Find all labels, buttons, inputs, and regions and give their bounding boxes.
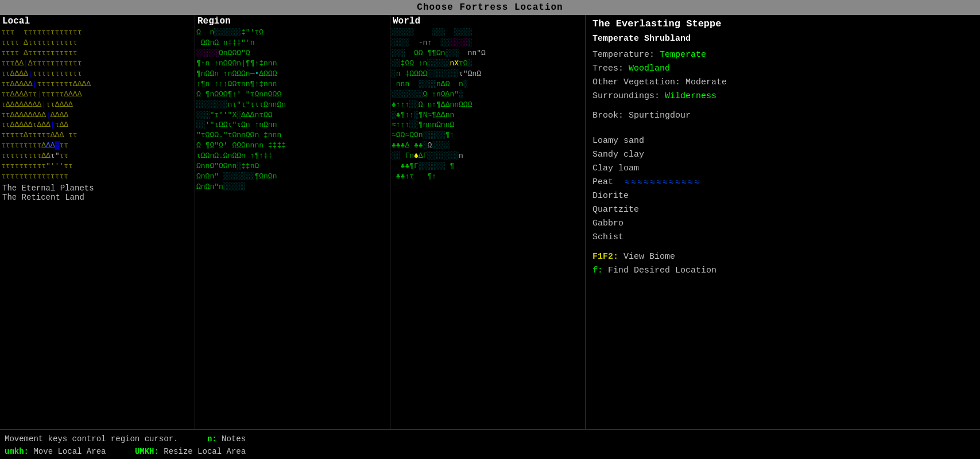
vegetation-value: Moderate <box>685 77 727 87</box>
map-row: ░░░░░░░nτ"τ"τττΩnnΩn <box>196 100 389 110</box>
brook-row: Brook: Spurtingdour <box>592 109 973 123</box>
map-row: ≈ΩΩ≈ΩΩn░░░░░¶↑ <box>392 130 584 141</box>
local-map[interactable]: τττ τττττττττττττ ττττ Δτττττττττττ ττττ… <box>0 28 195 182</box>
map-row: Ω ¶Ω"Ω' ΩΩΩnnnn ‡‡‡‡ <box>196 141 389 151</box>
temperature-row: Temperature: Temperate <box>592 48 973 62</box>
brook-label: Brook: <box>592 111 629 120</box>
map-row: ♣♣♣Δ ♣♣░Ω░░░░ <box>392 141 584 151</box>
map-row: ¶nΩΩn ↑nΩΩΩn—•ΔΩΩΩ <box>196 69 389 79</box>
map-row: ♣♣¶Γ░░░░░░ ¶ <box>392 161 584 172</box>
region-name: The Everlasting Steppe <box>592 18 973 29</box>
region-header: Region <box>195 15 390 28</box>
local-header: Local <box>0 15 195 28</box>
map-row: ττΔΔΔΔΔ|ττττττττΔΔΔΔ <box>1 79 193 90</box>
world-header: World <box>390 15 585 28</box>
umkh-upper-key: UMKH: <box>135 447 159 456</box>
map-row: ≈↑↑↑░░¶nnnΩnnΩ <box>392 120 584 130</box>
f1f2-desc: View Biome <box>618 252 675 262</box>
local-area-name-2: The Reticent Land <box>2 193 192 202</box>
soil-sandy-clay: Sandy clay <box>592 148 973 162</box>
f-keybind[interactable]: f: Find Desired Location <box>592 264 973 278</box>
vegetation-label: Other Vegetation: <box>592 77 685 87</box>
map-row: τττττΔτττττΔΔΔ ττ <box>1 130 193 141</box>
map-row: τττττττττττττττ <box>1 172 193 182</box>
rock-diorite: Diorite <box>592 189 973 203</box>
surroundings-label: Surroundings: <box>592 91 665 101</box>
footer-line-1: Movement keys control region cursor. n: … <box>5 433 975 445</box>
map-row: "τΩΩΩ."τΩnnΩΩn ‡nnn <box>196 130 389 141</box>
rock-quartzite: Quartzite <box>592 203 973 217</box>
map-row: ¶↑n ↑nΩΩΩn|¶¶↑‡nnn <box>196 59 389 69</box>
map-row: ░░░░ -n↑ ░░░░░░░ <box>392 38 584 48</box>
local-area-names: The Eternal Planets The Reticent Land <box>0 182 195 204</box>
peat-underline-decoration: ≈≈≈≈≈≈≈≈≈≈≈≈ <box>625 178 700 188</box>
title-bar: Choose Fortress Location <box>0 0 980 15</box>
footer-line-2: umkh: Move Local Area UMKH: Resize Local… <box>5 445 975 458</box>
map-row: ΩnΩn"n░░░░░ <box>196 182 389 192</box>
map-row: ττττττττττ"'''ττ <box>1 161 193 172</box>
map-row: ΩnΩn" ░░░░░░░¶ΩnΩn <box>196 172 389 182</box>
vegetation-row: Other Vegetation: Moderate <box>592 76 973 90</box>
map-row: ττττ Δτττττττττττ <box>1 38 193 48</box>
umkh-key: umkh: <box>5 447 29 456</box>
surroundings-row: Surroundings: Wilderness <box>592 90 973 103</box>
world-map[interactable]: ░░░░░ ░░░ ░░░░ ░░░░ -n↑ ░░░░░░░ ░░░ ΩΩ ¶… <box>390 28 585 182</box>
local-area-name-1: The Eternal Planets <box>2 184 192 193</box>
local-panel: Local τττ τττττττττττττ ττττ Δττττττττττ… <box>0 15 195 429</box>
move-local-desc: Move Local Area <box>33 447 106 456</box>
map-row: Ω ¶nΩΩΩ¶↑' "τΩnnΩΩΩ <box>196 90 389 100</box>
map-row: nnn ░░░░nΔΩ n░ <box>392 79 584 90</box>
trees-row: Trees: Woodland <box>592 62 973 76</box>
rock-schist: Schist <box>592 231 973 244</box>
map-row: τττΔΔ|Δτττττττττττ <box>1 59 193 69</box>
soil-clay-loam: Clay loam <box>592 162 973 176</box>
f1f2-keybind[interactable]: F1F2: View Biome <box>592 250 973 264</box>
biome-name: Temperate Shrubland <box>592 34 973 44</box>
resize-local-desc: Resize Local Area <box>164 447 246 456</box>
map-row: ░░░░░ ░░░ ░░░░ <box>392 28 584 38</box>
temperature-label: Temperature: <box>592 50 660 60</box>
map-row: τττ τττττττττττττ <box>1 28 193 38</box>
footer: Movement keys control region cursor. n: … <box>0 429 980 459</box>
map-row: ♣♣↑τ ¶↑ <box>392 172 584 182</box>
map-row: ░░ Γn♣ΔΓ░░░░░░░n <box>392 151 584 161</box>
map-row: ττΔΔΔΔττ|τττττΔΔΔΔ <box>1 90 193 100</box>
soil-peat-row: Peat ≈≈≈≈≈≈≈≈≈≈≈≈ <box>592 176 973 189</box>
info-block: Temperature: Temperate Trees: Woodland O… <box>592 45 973 103</box>
map-row: ττΔΔΔΔΔτΔΔΔ|τΔΔ <box>1 120 193 130</box>
f1f2-key: F1F2: <box>592 252 618 262</box>
map-row: ░♣¶↑↑░¶N≈¶ΔΔnn <box>392 110 584 120</box>
map-row: τΩΩnΩ.ΩnΩΩn ↑¶↑‡‡ <box>196 151 389 161</box>
map-row: ░n ‡ΩΩΩΩ░░░░░░░τ"ΩnΩ <box>392 69 584 79</box>
map-row: ░░'"τΩΩτ"τΩn ↑nΩnn <box>196 120 389 130</box>
title-text: Choose Fortress Location <box>417 2 563 13</box>
map-row: ΩnnΩ"ΩΩnn░‡‡nΩ <box>196 161 389 172</box>
surroundings-value: Wilderness <box>665 91 716 101</box>
world-panel: World ░░░░░ ░░░ ░░░░ ░░░░ -n↑ ░░░░░░░ ░░… <box>390 15 586 429</box>
rock-gabbro: Gabbro <box>592 217 973 231</box>
map-row: ττΔΔΔΔΔΔΔΔ|ΔΔΔΔ <box>1 110 193 120</box>
map-row: ░░░░░ΩnΩΩΩ"Ω <box>196 48 389 59</box>
map-row: ↑¶n ↑↑↑ΩΩτnn¶↑‡nnn <box>196 79 389 90</box>
soil-loamy-sand: Loamy sand <box>592 134 973 148</box>
map-row: τττττττττΔΔΔ▓ττ <box>1 141 193 151</box>
map-row: ░░░"τ"'"Χ░ΔΔΔnτΩΩ <box>196 110 389 120</box>
map-row: ░░░ ΩΩ ¶¶Ωn░░░ nn"Ω <box>392 48 584 59</box>
region-panel: Region Ω n░░░░░░‡"'τΩ ΩΩnΩ n‡‡‡"'n ░░░░░… <box>195 15 390 429</box>
map-row: ░░‡ΩΩ ↑n░░░░░nΧτΩ░ <box>392 59 584 69</box>
map-row: ♣↑↑↑░░Ω n↑¶ΔΔnnΩΩΩ <box>392 100 584 110</box>
n-key: n: <box>207 434 217 444</box>
map-row: ττττ Δτττττττττττ <box>1 48 193 59</box>
soil-peat: Peat <box>592 176 613 189</box>
map-row: τΔΔΔΔΔΔΔΔ|ττΔΔΔΔ <box>1 100 193 110</box>
info-panel: The Everlasting Steppe Temperate Shrubla… <box>586 15 980 429</box>
map-row: ░░░░░░░Ω ↑nΩΔn"░ <box>392 90 584 100</box>
notes-desc: Notes <box>222 434 246 444</box>
movement-text: Movement keys control region cursor. <box>5 434 178 444</box>
temperature-value: Temperate <box>660 50 706 60</box>
f-desc: Find Desired Location <box>603 266 716 275</box>
map-row: Ω n░░░░░░‡"'τΩ <box>196 28 389 38</box>
map-row: τττττττττΔΔτ"ττ <box>1 151 193 161</box>
map-row: ΩΩnΩ n‡‡‡"'n <box>196 38 389 48</box>
region-map[interactable]: Ω n░░░░░░‡"'τΩ ΩΩnΩ n‡‡‡"'n ░░░░░ΩnΩΩΩ"Ω… <box>195 28 390 192</box>
